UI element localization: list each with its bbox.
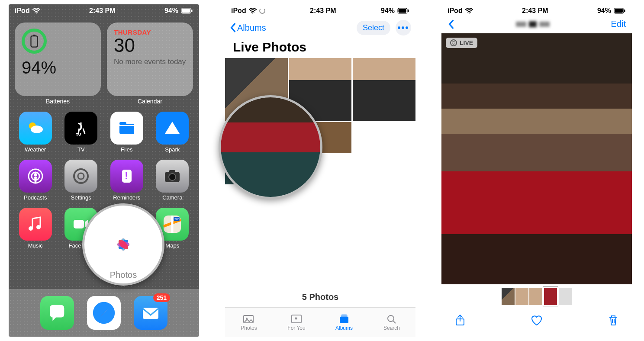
svg-rect-2 [182,9,190,13]
widget-label-calendar: Calendar [107,98,193,105]
battery-pct: 94% [164,7,178,15]
svg-rect-10 [119,122,126,125]
loading-spinner-icon [259,8,265,14]
svg-point-57 [468,13,470,14]
select-button[interactable]: Select [357,21,390,35]
svg-point-56 [388,315,394,322]
foryou-tab-icon [290,314,303,324]
calendar-date: 30 [114,36,186,55]
svg-rect-23 [74,220,84,228]
dock-mail[interactable]: 251 [134,296,167,330]
search-tab-icon [386,314,398,324]
share-icon [454,314,467,327]
filmstrip-thumb[interactable] [502,288,515,305]
back-button[interactable]: Albums [229,23,266,33]
svg-text:tv: tv [76,131,81,138]
svg-rect-55 [341,314,347,315]
svg-point-14 [74,169,88,183]
app-spark[interactable]: Spark [152,112,193,153]
live-icon [450,39,457,46]
svg-point-0 [35,13,37,14]
tab-bar: Photos For You Albums Search [225,307,415,337]
device-label: iPod [15,7,30,15]
screenshot-photo-detail: iPod 2:43 PM 94% Edit LIVE [441,4,632,337]
tab-foryou[interactable]: For You [273,308,320,337]
tab-search[interactable]: Search [368,308,415,337]
svg-rect-53 [340,317,348,323]
app-weather[interactable]: Weather [15,112,56,153]
status-bar: iPod 2:43 PM 94% [441,4,632,17]
calendar-widget[interactable]: THURSDAY 30 No more events today [107,23,193,96]
svg-rect-4 [31,36,38,47]
filmstrip-thumb[interactable] [529,288,542,305]
svg-point-22 [36,225,41,229]
widget-label-batteries: Batteries [15,98,101,105]
svg-text:280: 280 [174,218,180,221]
clock: 2:43 PM [310,7,336,15]
status-bar: iPod 2:43 PM 94% [9,4,199,17]
svg-rect-3 [191,10,193,12]
battery-icon [397,8,409,14]
favorite-button[interactable] [530,314,543,328]
tab-albums[interactable]: Albums [320,308,368,337]
tv-icon: tv [64,112,97,145]
tab-photos[interactable]: Photos [225,308,273,337]
app-files[interactable]: Files [106,112,148,153]
svg-rect-54 [341,315,348,317]
edit-button[interactable]: Edit [611,19,626,29]
svg-rect-20 [169,170,175,173]
nav-bar: Albums Select ••• [225,17,415,39]
app-podcasts[interactable]: Podcasts [15,160,56,201]
podcasts-icon [19,160,52,193]
app-music[interactable]: Music [15,208,56,249]
svg-point-21 [29,226,33,231]
svg-rect-37 [143,308,158,319]
wifi-icon [249,8,257,14]
svg-rect-5 [33,35,35,36]
heart-icon [530,314,543,327]
svg-point-46 [252,13,253,14]
filmstrip-thumb-current[interactable] [543,287,558,306]
dock: 251 [9,289,199,337]
magnifier-photos-app: Photos [82,203,164,286]
battery-pct: 94% [597,7,611,15]
settings-icon [64,160,97,193]
delete-button[interactable] [607,314,620,328]
back-label: Albums [237,23,266,33]
device-label: iPod [231,7,246,15]
filmstrip-thumb[interactable] [515,288,528,305]
dock-safari[interactable] [87,296,121,330]
filmstrip-thumb[interactable] [559,288,572,305]
svg-rect-48 [398,9,406,13]
nav-bar: Edit [441,17,632,33]
wifi-icon [465,8,473,14]
app-tv[interactable]: tvTV [61,112,102,153]
dock-messages[interactable] [40,296,74,330]
toolbar [441,309,632,328]
live-badge: LIVE [446,38,477,48]
svg-rect-60 [624,10,625,12]
photo-thumbnail[interactable] [353,58,415,121]
app-settings[interactable]: Settings [61,160,102,201]
share-button[interactable] [454,314,467,328]
photo-viewer[interactable]: LIVE [441,33,632,284]
reminders-icon: ! [110,160,143,193]
filmstrip [441,284,632,309]
albums-tab-icon [338,314,350,324]
calendar-text: No more events today [114,58,186,66]
app-reminders[interactable]: !Reminders [106,160,148,201]
battery-icon [614,8,626,14]
app-camera[interactable]: Camera [152,160,193,201]
camera-icon [156,160,189,193]
files-icon [110,112,143,145]
svg-rect-59 [615,9,623,13]
batteries-widget[interactable]: 94% [15,23,101,96]
photos-tab-icon [243,314,255,324]
svg-point-7 [31,125,43,133]
back-button[interactable] [448,19,454,29]
photo-count: 5 Photos [225,292,415,302]
chevron-left-icon [229,23,236,32]
magnifier-label: Photos [110,270,137,280]
more-button[interactable]: ••• [396,20,411,35]
spark-icon [156,112,189,145]
